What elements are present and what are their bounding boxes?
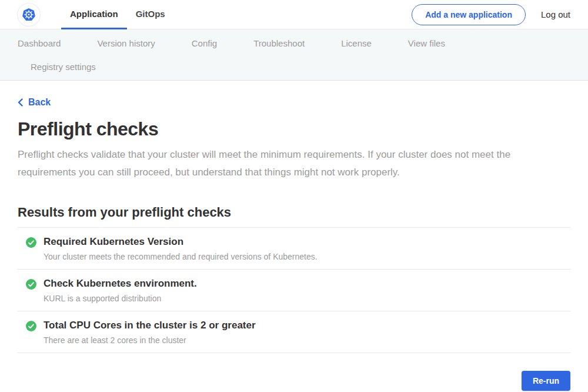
page-title: Preflight checks [18, 118, 570, 140]
check-body: Total CPU Cores in the cluster is 2 or g… [44, 320, 256, 345]
back-link[interactable]: Back [18, 97, 51, 108]
subnav-item-license[interactable]: License [341, 32, 372, 55]
check-circle-icon [26, 279, 36, 290]
results-heading: Results from your preflight checks [18, 205, 570, 220]
check-message: KURL is a supported distribution [44, 294, 197, 303]
primary-tabs: Application GitOps [61, 0, 174, 29]
check-body: Required Kubernetes Version Your cluster… [44, 236, 318, 261]
back-label: Back [28, 97, 51, 108]
check-title: Total CPU Cores in the cluster is 2 or g… [44, 320, 256, 331]
navbar-right: Add a new application Log out [412, 4, 570, 25]
page-description: Preflight checks validate that your clus… [18, 146, 567, 181]
check-body: Check Kubernetes environment. KURL is a … [44, 278, 197, 303]
add-new-application-button[interactable]: Add a new application [412, 4, 526, 25]
preflight-result-row: Check Kubernetes environment. KURL is a … [18, 270, 570, 311]
rerun-button[interactable]: Re-run [522, 371, 570, 391]
check-title: Required Kubernetes Version [44, 236, 318, 248]
chevron-left-icon [18, 98, 23, 107]
check-title: Check Kubernetes environment. [44, 278, 197, 290]
tab-application-label: Application [70, 9, 118, 19]
preflight-result-row: Required Kubernetes Version Your cluster… [18, 228, 570, 270]
tab-application[interactable]: Application [61, 0, 127, 29]
top-navbar: Application GitOps Add a new application… [0, 0, 588, 29]
check-message: There are at least 2 cores in the cluste… [44, 335, 256, 345]
kubernetes-logo-icon [18, 4, 40, 26]
logout-link[interactable]: Log out [541, 9, 570, 19]
subnav-item-troubleshoot[interactable]: Troubleshoot [253, 32, 305, 55]
app-subnav: Dashboard Version history Config Trouble… [0, 29, 588, 81]
tab-gitops[interactable]: GitOps [127, 0, 174, 29]
subnav-item-view-files[interactable]: View files [408, 32, 445, 55]
check-circle-icon [26, 237, 36, 248]
subnav-item-config[interactable]: Config [192, 32, 217, 55]
footer-actions: Re-run [18, 371, 570, 391]
preflight-results-list: Required Kubernetes Version Your cluster… [18, 227, 570, 353]
check-circle-icon [26, 321, 36, 331]
check-message: Your cluster meets the recommended and r… [44, 252, 318, 261]
subnav-item-version-history[interactable]: Version history [97, 32, 155, 55]
preflight-page: Back Preflight checks Preflight checks v… [0, 81, 588, 391]
preflight-result-row: Total CPU Cores in the cluster is 2 or g… [18, 311, 570, 353]
subnav-item-dashboard[interactable]: Dashboard [18, 32, 61, 55]
tab-gitops-label: GitOps [136, 9, 165, 19]
subnav-item-registry-settings[interactable]: Registry settings [31, 55, 96, 79]
